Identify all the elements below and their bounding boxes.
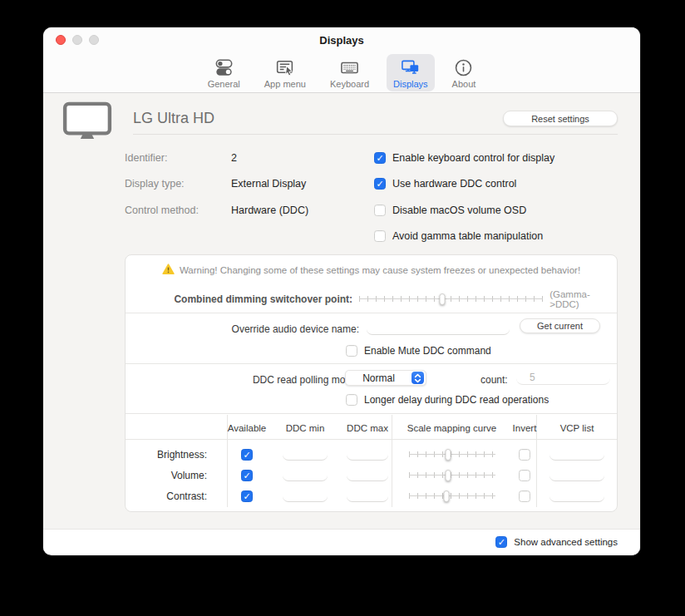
audio-override-label: Override audio device name: [126,323,359,335]
info-row-identifier: Identifier: 2 [125,145,308,171]
window-title: Displays [43,34,640,47]
tab-label: Displays [393,79,428,89]
checkbox-label: Disable macOS volume OSD [392,205,526,216]
volume-ddc-min-input[interactable] [283,470,328,481]
info-value: Hardware (DDC) [231,205,308,216]
info-label: Display type: [125,178,231,190]
displays-icon [400,57,421,78]
longer-delay-checkbox[interactable] [346,394,357,406]
tab-keyboard[interactable]: Keyboard [323,54,376,91]
warning-icon [162,264,175,277]
polling-mode-label: DDC read polling mode: [126,374,359,386]
polling-mode-select[interactable]: Normal [345,370,426,386]
header-divider [133,134,618,135]
volume-curve-slider[interactable] [409,470,495,481]
keyboard-icon [339,57,360,78]
show-advanced-checkbox[interactable] [495,536,507,548]
tab-general[interactable]: General [201,54,247,91]
info-value: External Display [231,178,306,190]
slider-knob[interactable] [444,490,450,502]
advanced-settings-box: Warning! Changing some of these settings… [125,254,618,512]
displays-window: Displays General [43,27,640,555]
dimming-slider[interactable] [359,293,543,305]
table-row-volume: Volume: [126,465,617,485]
warning-text: Warning! Changing some of these settings… [180,265,580,275]
table-header-divider [126,439,617,440]
tab-app-menu[interactable]: App menu [258,54,313,91]
section-divider [126,313,617,313]
brightness-curve-slider[interactable] [409,449,495,461]
column-header: DDC min [267,423,343,433]
footer-bar: Show advanced settings [43,529,640,554]
brightness-ddc-max-input[interactable] [347,449,388,461]
row-label: Brightness: [126,449,227,461]
contrast-curve-slider[interactable] [409,490,495,502]
volume-invert-checkbox[interactable] [519,470,530,481]
audio-override-row: Override audio device name: Get current [126,317,617,342]
checkbox-label: Enable Mute DDC command [364,345,491,357]
tab-label: General [208,79,240,89]
dimming-switchover-row: Combined dimming switchover point: (Gamm… [126,285,617,313]
volume-vcp-input[interactable] [549,470,604,481]
count-field[interactable]: 5 [516,372,610,385]
count-label: count: [480,374,508,386]
column-header: Scale mapping curve [392,423,512,433]
info-value: 2 [231,152,237,164]
toggles-icon [214,57,234,78]
contrast-ddc-min-input[interactable] [283,490,328,502]
brightness-vcp-input[interactable] [549,449,604,461]
option-disable-osd: Disable macOS volume OSD [374,197,554,224]
reset-settings-button[interactable]: Reset settings [503,111,618,126]
section-divider [126,363,617,364]
row-label: Contrast: [126,490,227,502]
option-avoid-gamma: Avoid gamma table manipulation [374,224,554,250]
display-name: LG Ultra HD [133,110,214,127]
contrast-vcp-input[interactable] [549,490,604,502]
info-row-display-type: Display type: External Display [125,171,308,198]
tab-label: Keyboard [330,79,369,89]
get-current-button[interactable]: Get current [520,318,600,333]
longer-delay-row: Longer delay during DDC read operations [126,389,617,411]
tab-about[interactable]: About [446,54,483,91]
checkbox-label: Use hardware DDC control [392,178,516,190]
slider-knob[interactable] [446,449,451,461]
show-advanced-option: Show advanced settings [495,536,618,548]
brightness-available-checkbox[interactable] [241,449,253,461]
checkbox-label: Show advanced settings [514,537,618,547]
tab-displays[interactable]: Displays [387,54,435,91]
menu-cursor-icon [274,57,295,78]
contrast-ddc-max-input[interactable] [347,490,388,502]
contrast-invert-checkbox[interactable] [519,490,530,502]
table-row-contrast: Contrast: [126,485,617,506]
disable-osd-checkbox[interactable] [374,205,386,216]
hardware-ddc-checkbox[interactable] [374,178,386,190]
stepper-icon [411,372,424,384]
mute-ddc-row: Enable Mute DDC command [126,340,617,362]
display-options: Enable keyboard control for display Use … [374,145,554,249]
table-row-brightness: Brightness: [126,444,617,465]
display-info: Identifier: 2 Display type: External Dis… [125,145,308,224]
info-row-control-method: Control method: Hardware (DDC) [125,197,308,224]
volume-available-checkbox[interactable] [241,470,253,481]
avoid-gamma-checkbox[interactable] [374,230,386,242]
slider-knob[interactable] [446,470,451,481]
tab-label: About [452,79,476,89]
dimming-suffix: (Gamma->DDC) [549,289,617,309]
keyboard-control-checkbox[interactable] [374,152,386,164]
mute-ddc-option: Enable Mute DDC command [346,345,491,357]
option-hardware-ddc: Use hardware DDC control [374,171,554,198]
titlebar: Displays [43,27,640,52]
tab-label: App menu [264,79,306,89]
monitor-icon [62,101,113,144]
brightness-ddc-min-input[interactable] [283,449,328,461]
audio-device-name-input[interactable] [367,323,510,335]
mute-ddc-checkbox[interactable] [346,345,357,357]
brightness-invert-checkbox[interactable] [519,449,530,461]
contrast-available-checkbox[interactable] [241,490,253,502]
volume-ddc-max-input[interactable] [347,470,388,481]
info-icon [453,57,474,78]
column-header: Available [227,423,267,433]
slider-knob[interactable] [439,293,445,305]
info-label: Control method: [125,205,231,216]
toolbar: General App menu [43,52,640,93]
